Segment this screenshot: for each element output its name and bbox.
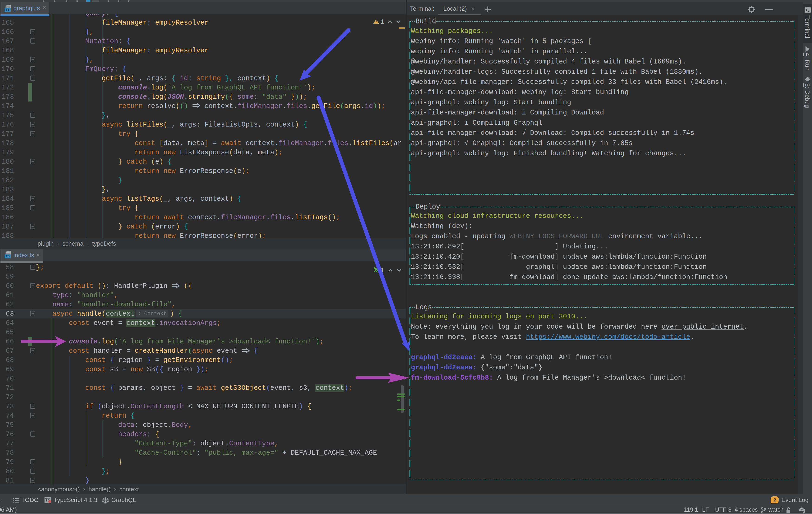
svg-text:?: ?: [801, 508, 803, 512]
